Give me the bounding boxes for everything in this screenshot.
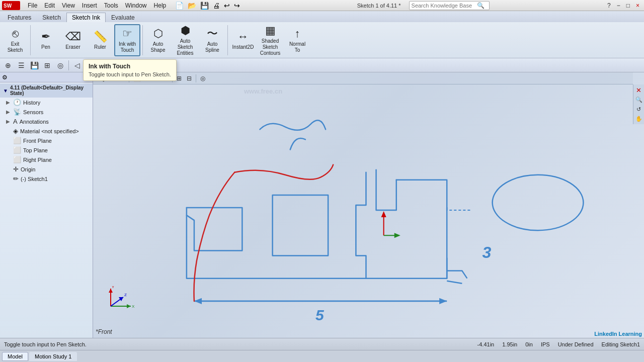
tree-item-top-plane[interactable]: ⬜ Top Plane [0,145,93,155]
btn-auto-shape[interactable]: ⬡ AutoShape [145,24,171,56]
tab-sketch[interactable]: Sketch [37,13,66,22]
tree-history-label: History [23,100,40,106]
svg-marker-17 [109,289,113,293]
save-small-icon[interactable]: 💾 [28,60,40,71]
toolbar-print-icon[interactable]: 🖨 [211,1,221,10]
tree-item-sensors[interactable]: ▶ 📡 Sensors [0,107,93,117]
vt-grid-icon[interactable]: ⊟ [185,74,194,83]
right-plane-icon: ⬜ [13,156,21,163]
tree-expand-icon: ▶ [6,100,11,105]
tree-item-material[interactable]: ◈ Material <not specified> [0,126,93,136]
tree-item-right-plane[interactable]: ⬜ Right Plane [0,155,93,164]
coord-z: 0in [525,341,533,347]
toolbar-undo-icon[interactable]: ↩ [222,1,231,10]
status-message: Toggle touch input to Pen Sketch. [4,341,87,347]
grid-icon[interactable]: ⊞ [41,60,53,71]
document-title: Sketch 1 of 4.11 * [357,3,401,9]
exit-sketch-icon: ⎋ [12,27,19,40]
toolbar-new-icon[interactable]: 📄 [174,1,185,10]
exit-sketch-label: ExitSketch [8,41,23,53]
vs-rotate-icon[interactable]: ↺ [634,105,643,114]
sketch1-icon: ✏ [13,175,19,183]
svg-marker-16 [127,304,131,308]
tree-filter-icon[interactable]: ⚙ [2,74,8,81]
tree-root-label: 4.11 (Default<Default>_Display State) [10,85,90,96]
viewport[interactable]: 🔍 ✂ ✏ ⬜ ▾ 👁 ▾ ⊞ ⊟ ◎ www.free.cn [93,72,644,338]
btn-exit-sketch[interactable]: ⎋ ExitSketch [2,24,28,56]
tree-item-history[interactable]: ▶ 🕐 History [0,98,93,107]
search-input[interactable] [412,3,477,9]
vs-collapse-icon[interactable]: ✕ [634,85,643,95]
history-icon: 🕐 [13,99,21,106]
sensors-icon: 📡 [13,108,21,116]
toolbar-save-icon[interactable]: 💾 [199,1,210,10]
ribbon-sep-1 [30,25,31,55]
eraser-label: Eraser [65,44,80,50]
tab-model[interactable]: Model [2,352,28,361]
main-area: ⚙ ▼ 4.11 (Default<Default>_Display State… [0,72,644,338]
auto-spline-icon: 〜 [207,27,218,40]
menu-insert[interactable]: Insert [78,2,101,10]
toolbar-open-icon[interactable]: 📂 [186,1,198,10]
tree-right-plane-label: Right Plane [23,157,52,163]
auto-sketch-label: AutoSketchEntities [177,38,194,56]
btn-instant2d[interactable]: ↔ Instant2D [230,24,256,56]
search-icon[interactable]: 🔍 [477,2,485,9]
tree-expand-icon: ▶ [6,119,11,124]
btn-pen[interactable]: ✒ Pen [33,24,59,56]
minimize-icon[interactable]: − [614,2,623,10]
tree-item-sketch1[interactable]: ✏ (-) Sketch1 [0,174,93,184]
btn-eraser[interactable]: ⌫ Eraser [60,24,86,56]
target-icon[interactable]: ◎ [54,60,66,71]
status-defined: Under Defined [558,341,594,347]
vs-zoom-icon[interactable]: 🔍 [634,95,643,104]
tab-features[interactable]: Features [2,13,37,22]
feature-tree: ▼ 4.11 (Default<Default>_Display State) … [0,82,93,338]
list-icon[interactable]: ☰ [15,60,27,71]
watermark-text: www.free.cn [244,87,282,95]
btn-auto-sketch[interactable]: ⬢ AutoSketchEntities [172,24,198,56]
tb2-sep [68,60,69,70]
tree-item-origin[interactable]: ✛ Origin [0,164,93,174]
btn-normal-to[interactable]: ↑ NormalTo [284,24,310,56]
normal-to-icon: ↑ [295,27,300,40]
front-label: *Front [96,328,112,335]
instant2d-icon: ↔ [237,30,249,43]
maximize-icon[interactable]: □ [624,2,632,10]
tree-item-annotations[interactable]: ▶ A Annotations [0,117,93,126]
menu-view[interactable]: View [58,2,78,10]
tree-origin-label: Origin [21,166,35,172]
menu-window[interactable]: Window [122,2,150,10]
btn-ink-touch[interactable]: ☞ Ink withTouch [114,24,140,56]
toolbar-redo-icon[interactable]: ↪ [232,1,242,10]
ink-touch-label: Ink withTouch [119,41,136,53]
menu-edit[interactable]: Edit [41,2,58,10]
vs-pan-icon[interactable]: ✋ [634,114,643,123]
filter-icon[interactable]: ⊕ [2,60,14,71]
eraser-icon: ⌫ [65,30,81,43]
material-icon: ◈ [13,127,18,135]
vt-render-icon[interactable]: ◎ [198,74,207,83]
btn-ruler[interactable]: 📏 Ruler [87,24,113,56]
close-icon[interactable]: × [633,2,642,10]
svg-text:3: 3 [482,243,492,261]
tree-item-front-plane[interactable]: ⬜ Front Plane [0,136,93,145]
tab-motion-study[interactable]: Motion Study 1 [29,352,77,361]
btn-shaded-sketch[interactable]: ▦ ShadedSketchContours [257,24,283,56]
help-icon[interactable]: ? [605,2,613,10]
tab-sketch-ink[interactable]: Sketch Ink [66,13,106,22]
statusbar: Toggle touch input to Pen Sketch. -4.41i… [0,338,644,350]
btn-auto-spline[interactable]: 〜 AutoSpline [199,24,225,56]
menu-file[interactable]: File [24,2,41,10]
coord-x: -4.41in [477,341,495,347]
ruler-label: Ruler [94,44,106,50]
ribbon-content: ⎋ ExitSketch ✒ Pen ⌫ Eraser 📏 Ruler ☞ In… [0,22,644,58]
status-editing: Editing Sketch1 [602,341,640,347]
menu-help[interactable]: Help [150,2,170,10]
menu-tools[interactable]: Tools [101,2,122,10]
tree-root[interactable]: ▼ 4.11 (Default<Default>_Display State) [0,83,93,98]
svg-marker-5 [194,298,202,304]
back-icon[interactable]: ◁ [71,60,83,71]
ruler-icon: 📏 [94,30,107,43]
tab-evaluate[interactable]: Evaluate [106,13,140,22]
